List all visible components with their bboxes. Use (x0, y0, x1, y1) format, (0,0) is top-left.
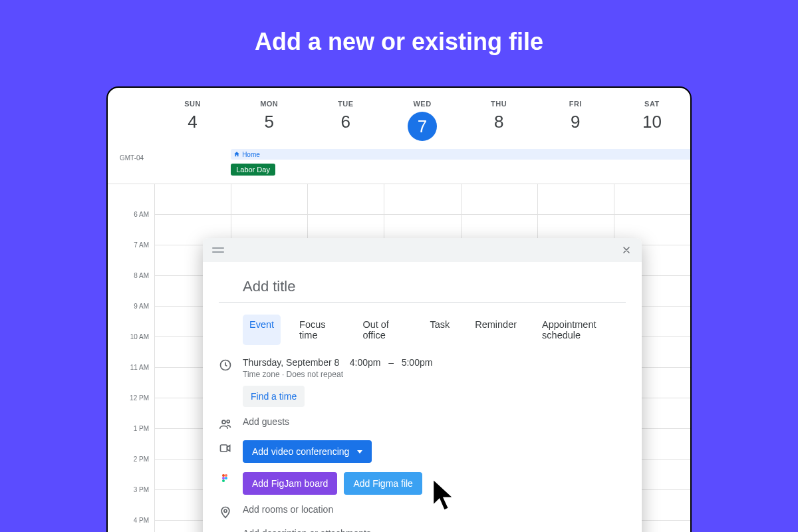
day-col-fri[interactable]: FRI 9 (537, 100, 614, 141)
time-label: 10 AM (108, 333, 154, 364)
time-label: 1 PM (108, 425, 154, 456)
timezone-label: GMT-04 (120, 154, 144, 162)
home-label: Home (242, 151, 260, 158)
day-name: TUE (307, 100, 384, 108)
day-num: 4 (154, 112, 231, 132)
time-label (108, 180, 154, 211)
tab-appointment-schedule[interactable]: Appointment schedule (535, 315, 626, 345)
time-label: 2 PM (108, 456, 154, 486)
event-date: Thursday, September 8 (243, 357, 339, 368)
event-meta: Time zone · Does not repeat (243, 370, 626, 379)
day-col-thu[interactable]: THU 8 (461, 100, 537, 141)
time-label: 7 AM (108, 241, 154, 272)
description-placeholder: Add description or attachments (243, 528, 626, 532)
home-icon (233, 151, 240, 158)
event-start-time: 4:00pm (350, 357, 381, 368)
svg-point-1 (222, 420, 225, 424)
video-button-label: Add video conferencing (252, 446, 349, 457)
day-num: 9 (537, 112, 614, 132)
svg-rect-3 (221, 445, 227, 452)
day-col-wed[interactable]: WED 7 (384, 100, 460, 141)
day-col-sun[interactable]: SUN 4 (154, 100, 231, 141)
allday-event-labor-day[interactable]: Labor Day (231, 164, 275, 176)
allday-row-2: Labor Day (108, 164, 690, 180)
day-num: 8 (461, 112, 537, 132)
day-num: 7 (408, 112, 437, 141)
time-label: 4 PM (108, 517, 154, 532)
cursor-pointer-icon (429, 475, 461, 515)
allday-row: Home (108, 149, 690, 164)
popup-header[interactable] (203, 238, 642, 262)
event-type-tabs: Event Focus time Out of office Task Remi… (243, 315, 626, 345)
day-num: 6 (307, 112, 384, 132)
add-figma-file-button[interactable]: Add Figma file (344, 472, 422, 495)
day-name: SUN (154, 100, 231, 108)
figma-icon (219, 472, 243, 485)
time-label: 9 AM (108, 303, 154, 333)
tab-event[interactable]: Event (243, 315, 281, 345)
time-dash: – (388, 357, 394, 368)
tab-task[interactable]: Task (423, 315, 456, 345)
day-name: WED (384, 100, 460, 108)
day-num: 10 (614, 112, 690, 132)
tab-focus-time[interactable]: Focus time (293, 315, 344, 345)
time-gutter: 6 AM 7 AM 8 AM 9 AM 10 AM 11 AM 12 PM 1 … (108, 184, 154, 532)
time-label: 12 PM (108, 394, 154, 425)
guests-row[interactable]: Add guests (219, 416, 626, 431)
day-name: FRI (537, 100, 614, 108)
day-name: MON (231, 100, 307, 108)
svg-point-7 (225, 477, 227, 479)
day-name: SAT (614, 100, 690, 108)
guests-placeholder: Add guests (243, 416, 626, 427)
day-name: THU (461, 100, 537, 108)
find-time-button[interactable]: Find a time (243, 386, 305, 407)
svg-point-9 (224, 509, 227, 512)
video-row: Add video conferencing (219, 440, 626, 463)
tab-reminder[interactable]: Reminder (468, 315, 523, 345)
video-icon (219, 440, 243, 455)
add-figjam-board-button[interactable]: Add FigJam board (243, 472, 337, 495)
event-title-input[interactable] (219, 274, 626, 303)
time-label: 6 AM (108, 211, 154, 241)
event-end-time: 5:00pm (402, 357, 433, 368)
close-icon (621, 245, 632, 255)
svg-point-5 (225, 474, 227, 477)
svg-point-8 (222, 479, 225, 482)
location-row[interactable]: Add rooms or location (219, 504, 626, 519)
hero-title: Add a new or existing file (0, 0, 798, 77)
time-label: 8 AM (108, 272, 154, 303)
day-num: 5 (231, 112, 307, 132)
figma-row: Add FigJam board Add Figma file (219, 472, 626, 495)
drag-handle-icon[interactable] (212, 247, 224, 253)
day-col-sat[interactable]: SAT 10 (614, 100, 690, 141)
tab-out-of-office[interactable]: Out of office (356, 315, 411, 345)
event-popup: Event Focus time Out of office Task Remi… (203, 238, 642, 532)
day-col-mon[interactable]: MON 5 (231, 100, 307, 141)
svg-point-2 (227, 420, 229, 423)
day-header: SUN 4 MON 5 TUE 6 WED 7 THU 8 FRI 9 SAT … (108, 88, 690, 149)
close-button[interactable] (620, 244, 632, 256)
description-row[interactable]: Add description or attachments (219, 528, 626, 532)
chevron-down-icon (357, 450, 362, 454)
svg-point-6 (222, 477, 225, 479)
datetime-row[interactable]: Thursday, September 8 4:00pm – 5:00pm Ti… (219, 357, 626, 407)
add-video-conferencing-button[interactable]: Add video conferencing (243, 440, 372, 463)
description-icon (219, 528, 243, 532)
time-label: 11 AM (108, 364, 154, 394)
location-icon (219, 504, 243, 519)
day-col-tue[interactable]: TUE 6 (307, 100, 384, 141)
svg-point-4 (222, 474, 225, 477)
people-icon (219, 416, 243, 431)
clock-icon (219, 357, 243, 372)
time-label: 3 PM (108, 486, 154, 517)
